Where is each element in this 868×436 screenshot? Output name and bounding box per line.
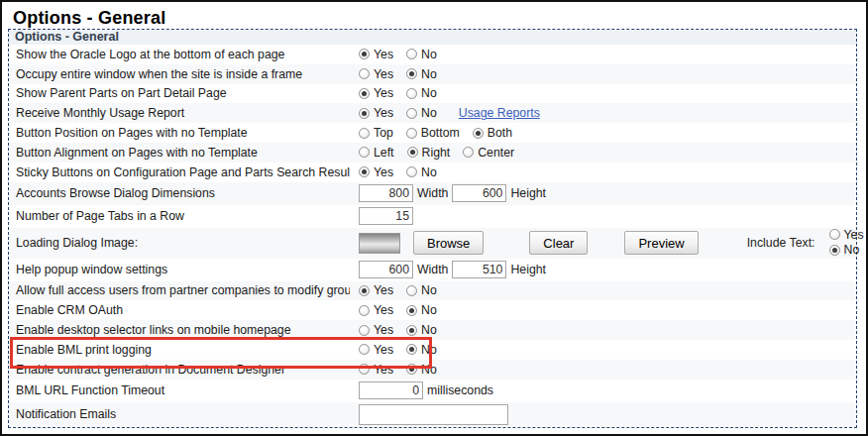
radio-both[interactable]: Both — [473, 126, 512, 140]
settings-row: Receive Monthly Usage ReportYesNoUsage R… — [9, 103, 856, 123]
radio-circle[interactable] — [359, 108, 370, 119]
settings-row: Help popup window settingsWidthHeight — [9, 259, 856, 281]
radio-circle[interactable] — [406, 88, 417, 99]
radio-label: No — [421, 343, 437, 357]
radio-circle[interactable] — [359, 305, 370, 316]
radio-circle[interactable] — [406, 166, 417, 177]
setting-control: LeftRightCenter — [350, 146, 856, 160]
radio-yes[interactable]: Yes — [359, 106, 393, 120]
radio-center[interactable]: Center — [463, 146, 514, 160]
radio-circle[interactable] — [406, 128, 417, 139]
setting-control: WidthHeight — [350, 184, 856, 202]
radio-label: No — [421, 323, 437, 337]
setting-control: milliseconds — [350, 382, 856, 399]
radio-label: Yes — [374, 283, 393, 297]
number-input[interactable] — [359, 207, 413, 225]
radio-label: Yes — [844, 228, 864, 242]
radio-label: Left — [374, 146, 394, 160]
radio-circle[interactable] — [359, 147, 370, 158]
browse-button[interactable]: Browse — [413, 231, 484, 255]
notification-emails-input[interactable] — [359, 404, 508, 425]
radio-yes[interactable]: Yes — [359, 165, 393, 179]
radio-no[interactable]: No — [406, 283, 437, 297]
radio-no[interactable]: No — [406, 86, 437, 100]
settings-row: Sticky Buttons on Configuration Page and… — [9, 163, 856, 182]
clear-button[interactable]: Clear — [529, 231, 588, 255]
radio-right[interactable]: Right — [407, 146, 451, 160]
number-input[interactable] — [452, 261, 506, 278]
radio-circle[interactable] — [359, 344, 370, 355]
setting-label: Number of Page Tabs in a Row — [9, 209, 350, 223]
setting-label: Sticky Buttons on Configuration Page and… — [9, 165, 350, 179]
options-panel: Options - General Show the Oracle Logo a… — [8, 29, 857, 428]
radio-circle[interactable] — [473, 128, 484, 139]
number-input[interactable] — [359, 184, 413, 202]
radio-yes[interactable]: Yes — [359, 323, 393, 337]
radio-circle[interactable] — [359, 88, 370, 99]
options-general-page: Options - General Options - General Show… — [0, 0, 868, 436]
radio-no[interactable]: No — [406, 363, 437, 377]
radio-yes[interactable]: Yes — [359, 67, 393, 81]
radio-yes[interactable]: Yes — [359, 363, 393, 377]
radio-bottom[interactable]: Bottom — [406, 126, 460, 140]
radio-circle[interactable] — [406, 68, 417, 79]
radio-circle[interactable] — [829, 245, 840, 256]
setting-control: YesNo — [350, 363, 856, 377]
settings-row: Button Position on Pages with no Templat… — [9, 123, 856, 143]
radio-no[interactable]: No — [406, 106, 437, 120]
radio-yes[interactable]: Yes — [359, 48, 393, 61]
include-text-radio-no[interactable]: No — [829, 243, 860, 257]
radio-yes[interactable]: Yes — [359, 303, 393, 317]
loading-image-thumbnail — [359, 233, 400, 254]
radio-circle[interactable] — [406, 344, 417, 355]
radio-circle[interactable] — [359, 128, 370, 139]
radio-no[interactable]: No — [406, 165, 437, 179]
settings-rows: Show the Oracle Logo at the bottom of ea… — [9, 45, 856, 427]
input-suffix-label: Height — [510, 263, 546, 276]
settings-row: Enable BML print loggingYesNo — [9, 340, 856, 360]
radio-circle[interactable] — [463, 147, 474, 158]
settings-row: BML URL Function Timeoutmilliseconds — [9, 380, 856, 402]
radio-yes[interactable]: Yes — [359, 343, 393, 357]
radio-label: Right — [422, 146, 451, 160]
setting-control: YesNoUsage Reports — [350, 106, 856, 120]
setting-control: YesNo — [350, 303, 856, 317]
include-text-radio-yes[interactable]: Yes — [829, 228, 864, 242]
number-input[interactable] — [359, 382, 423, 399]
setting-label: Enable CRM OAuth — [9, 303, 350, 317]
number-input[interactable] — [452, 184, 506, 202]
settings-row: Notification Emails — [9, 402, 856, 427]
usage-reports-link[interactable]: Usage Reports — [459, 106, 540, 120]
setting-control: YesNo — [350, 86, 856, 100]
radio-circle[interactable] — [406, 364, 417, 375]
radio-circle[interactable] — [359, 166, 370, 177]
radio-circle[interactable] — [359, 49, 370, 59]
radio-circle[interactable] — [406, 49, 417, 59]
number-input[interactable] — [359, 261, 413, 278]
radio-circle[interactable] — [406, 325, 417, 336]
radio-no[interactable]: No — [406, 67, 437, 81]
radio-label: No — [421, 106, 437, 120]
radio-top[interactable]: Top — [359, 126, 393, 140]
radio-circle[interactable] — [406, 108, 417, 119]
radio-yes[interactable]: Yes — [359, 86, 393, 100]
radio-circle[interactable] — [359, 285, 370, 296]
radio-no[interactable]: No — [406, 323, 437, 337]
radio-left[interactable]: Left — [359, 146, 394, 160]
preview-button[interactable]: Preview — [624, 231, 698, 255]
radio-label: Center — [478, 146, 514, 160]
radio-circle[interactable] — [407, 147, 418, 158]
radio-circle[interactable] — [359, 68, 370, 79]
radio-no[interactable]: No — [406, 303, 437, 317]
radio-circle[interactable] — [829, 229, 840, 240]
radio-no[interactable]: No — [406, 343, 437, 357]
radio-yes[interactable]: Yes — [359, 283, 393, 297]
radio-circle[interactable] — [406, 285, 417, 296]
radio-circle[interactable] — [359, 364, 370, 375]
radio-circle[interactable] — [359, 325, 370, 336]
radio-no[interactable]: No — [406, 48, 437, 61]
radio-label: No — [421, 303, 437, 317]
radio-circle[interactable] — [406, 305, 417, 316]
settings-row: Enable desktop selector links on mobile … — [9, 320, 856, 340]
setting-label: Enable desktop selector links on mobile … — [9, 323, 350, 337]
